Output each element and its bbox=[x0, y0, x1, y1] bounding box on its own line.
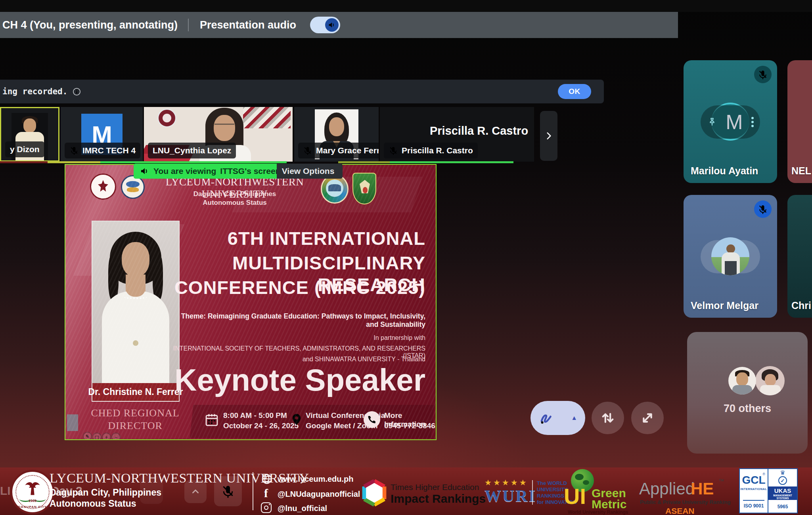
university-seal: 1969 DAGUPAN CITY bbox=[10, 470, 55, 514]
gcl-reg: ® bbox=[762, 472, 765, 476]
appliedhe-sub: Public & Private University Ranking bbox=[640, 499, 731, 505]
tile-hover-controls[interactable]: M bbox=[701, 105, 760, 139]
kebab-menu-icon[interactable] bbox=[751, 121, 754, 123]
participant-center-name: Priscilla R. Castro bbox=[423, 124, 534, 137]
partner-logo-round bbox=[321, 174, 349, 204]
footer-status: Autonomous Status bbox=[50, 498, 136, 509]
ukas-sub: MANAGEMENT SYSTEMS bbox=[768, 494, 797, 500]
keynote-label: Keynote Speaker bbox=[160, 362, 425, 398]
phone-icon-circle bbox=[364, 411, 380, 428]
others-count-label: 70 others bbox=[687, 402, 808, 415]
annotation-handle[interactable] bbox=[67, 414, 78, 431]
pushpin-icon[interactable] bbox=[707, 117, 717, 127]
seal-city: DAGUPAN CITY bbox=[12, 505, 53, 509]
wuri-sub-2: UNIVERSITY bbox=[537, 486, 568, 492]
avatar-letter: M bbox=[726, 110, 743, 134]
presentation-audio-toggle[interactable] bbox=[310, 17, 340, 33]
fullscreen-button[interactable] bbox=[631, 402, 664, 434]
partnership-intro: In partnership with bbox=[168, 334, 425, 341]
phone-icon bbox=[367, 414, 377, 425]
seal-year: 1969 bbox=[12, 499, 53, 503]
university-seal-small bbox=[90, 174, 116, 200]
appliedhe-region: ASEAN bbox=[665, 506, 695, 515]
participant-tile-marygrace[interactable]: Mary Grace Ferrer bbox=[294, 107, 379, 162]
swap-layout-button[interactable] bbox=[592, 402, 624, 434]
the-line2: Impact Rankings bbox=[391, 492, 486, 505]
annotation-shape-icon[interactable]: ▢ bbox=[92, 433, 102, 440]
participant-name-label: IMRC TECH 4 bbox=[65, 143, 140, 158]
annotation-zoom-in-icon[interactable]: + bbox=[102, 433, 111, 440]
gcl-iso: ISO 9001 bbox=[740, 503, 768, 509]
ok-button[interactable]: OK bbox=[558, 84, 591, 99]
filmstrip-next-button[interactable] bbox=[540, 111, 557, 161]
mic-off-badge bbox=[754, 66, 772, 83]
mic-off-icon bbox=[389, 146, 398, 155]
mic-off-icon bbox=[303, 146, 312, 155]
conference-title-line1: 6TH INTERNATIONAL bbox=[168, 227, 425, 249]
ukas-cell: ♛ ✓ UKAS MANAGEMENT SYSTEMS 5965 bbox=[768, 469, 797, 513]
expand-tray-icon[interactable]: ▲ bbox=[571, 414, 577, 422]
participant-name: Velmor Melgar bbox=[691, 300, 758, 311]
ukas-number: 5965 bbox=[768, 504, 797, 509]
calendar-icon bbox=[204, 412, 219, 428]
participant-name-label: LNU_Cynthia Lopez bbox=[148, 143, 236, 158]
screen-edge-strip bbox=[48, 161, 100, 163]
participant-tile-cynthia[interactable]: LNU_Cynthia Lopez bbox=[144, 107, 293, 162]
scribble-icon bbox=[538, 410, 555, 426]
mic-off-icon bbox=[758, 204, 768, 214]
facebook-handle: @LNUdagupanofficial bbox=[278, 490, 360, 499]
tile-70-others[interactable]: 70 others bbox=[687, 332, 808, 454]
conference-theme: Theme: Reimagining Graduate Education: P… bbox=[168, 312, 425, 329]
info-icon[interactable] bbox=[72, 87, 81, 96]
appliedhe-tm: ™ bbox=[718, 478, 724, 484]
recording-snackbar: ing recorded. OK bbox=[0, 80, 604, 103]
chevron-right-icon bbox=[544, 131, 554, 141]
toolbar-divider bbox=[188, 19, 189, 31]
mic-off-icon bbox=[221, 484, 235, 498]
annotation-zoom-out-icon[interactable]: − bbox=[111, 433, 121, 440]
participant-name-label: Priscilla R. Castro bbox=[384, 143, 478, 158]
speaker-icon bbox=[140, 166, 149, 176]
participant-tile-imrc-tech4[interactable]: M IMRC TECH 4 bbox=[61, 107, 143, 162]
tile-chri-partial[interactable]: Chri bbox=[787, 195, 812, 318]
participant-tile-priscilla[interactable]: Priscilla R. Castro Priscilla R. Castro bbox=[380, 107, 534, 162]
viewing-text-prefix: You are viewing bbox=[153, 166, 216, 176]
instagram-icon bbox=[261, 502, 272, 513]
screen-edge-strip bbox=[390, 161, 513, 163]
screen-edge-strip bbox=[100, 161, 287, 163]
footer-banner: LIN D]Day 2 1969 DAGUPAN CITY LYCEUM-NOR… bbox=[0, 467, 812, 515]
presentation-audio-label: Presentation audio bbox=[200, 19, 296, 31]
partner-logo-shield bbox=[352, 173, 376, 204]
recording-message: ing recorded. bbox=[2, 87, 67, 96]
meet-window: CH 4 (You, presenting, annotating) Prese… bbox=[0, 0, 812, 515]
facebook-icon: f bbox=[264, 486, 268, 500]
wuri-sub-1: The WORLD bbox=[537, 480, 567, 486]
annotate-tool-button[interactable]: ▲ bbox=[530, 401, 585, 435]
icfs-logo bbox=[121, 175, 145, 199]
conference-title-line3: CONFERENCE (IMRC 2025) bbox=[168, 277, 425, 298]
speaker-title-line2: DIRECTOR bbox=[80, 420, 191, 432]
screen-edge-strip bbox=[338, 161, 390, 163]
viewing-text-target: ITTSG's screen bbox=[220, 166, 280, 176]
greenmetric-sub: World University Rankings bbox=[568, 509, 628, 515]
view-options-label: View Options bbox=[282, 166, 335, 176]
presentation-title: CH 4 (You, presenting, annotating) bbox=[2, 19, 178, 31]
others-avatar-1 bbox=[728, 367, 756, 395]
wuri-wordmark: WURI bbox=[485, 486, 536, 505]
view-options-button[interactable]: View Options bbox=[277, 164, 343, 179]
tile-velmor-melgar[interactable]: Velmor Melgar bbox=[684, 195, 777, 318]
contact-line2: 0945-772-3846 bbox=[384, 422, 435, 430]
check-icon: ✓ bbox=[778, 476, 787, 485]
screen-edge-strip bbox=[0, 161, 48, 163]
participant-name-label: y Dizon bbox=[5, 141, 44, 157]
participant-tile-dizon[interactable]: y Dizon bbox=[0, 107, 59, 162]
location-pin-icon bbox=[290, 412, 303, 427]
annotation-pen-icon[interactable]: ✎ bbox=[83, 432, 92, 440]
speaker-title-line1: CHED REGIONAL bbox=[80, 407, 191, 419]
poster-university-status: Autonomous Status bbox=[149, 199, 320, 207]
wuri-sub-3: RANKINGS bbox=[537, 493, 564, 499]
tile-marilou-ayatin[interactable]: M Marilou Ayatin bbox=[684, 60, 777, 183]
wuri-divider bbox=[532, 480, 533, 505]
tile-nel-partial[interactable]: NEL bbox=[787, 60, 812, 183]
participant-name-label: Mary Grace Ferrer bbox=[298, 143, 379, 158]
